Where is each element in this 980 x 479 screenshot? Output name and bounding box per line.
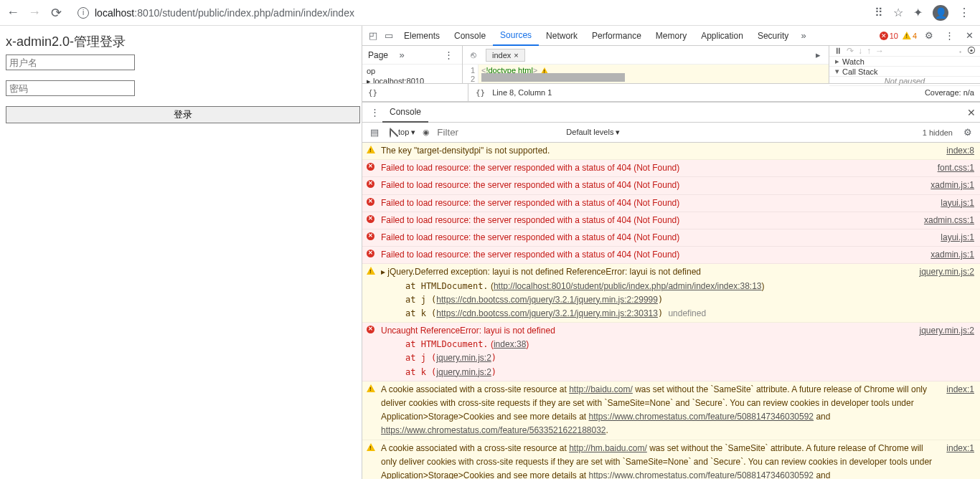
message-source-link[interactable]: jquery.min.js:2 [920, 265, 974, 321]
message-source-link[interactable]: layui.js:1 [941, 231, 974, 245]
deactivate-bp-icon[interactable]: ⬩ [958, 46, 963, 56]
console-message[interactable]: The key "target-densitydpi" is not suppo… [362, 143, 980, 160]
line-gutter: 123 [463, 65, 479, 83]
watch-section[interactable]: ▸Watch [829, 57, 980, 67]
cursor-position: Line 8, Column 1 [492, 88, 552, 97]
password-input[interactable] [6, 80, 135, 96]
step-icon[interactable]: → [875, 46, 884, 56]
page-content: x-admin2.0-管理登录 登录 [0, 26, 362, 479]
pretty-print-icon[interactable]: {} [368, 88, 377, 98]
username-input[interactable] [6, 54, 135, 70]
navigator-more-icon[interactable]: » [394, 47, 410, 63]
console-message[interactable]: ✕Failed to load resource: the server res… [362, 177, 980, 194]
code-area[interactable]: <!doctype html> [479, 65, 829, 83]
message-source-link[interactable]: font.css:1 [938, 161, 974, 175]
drawer-close-icon[interactable]: ✕ [967, 107, 976, 118]
tab-network[interactable]: Network [539, 26, 585, 46]
error-icon: ✕ [367, 326, 374, 333]
drawer-tab-console[interactable]: Console [382, 103, 428, 123]
login-button[interactable]: 登录 [6, 106, 360, 123]
translate-icon[interactable]: ⠿ [875, 6, 883, 19]
message-source-link[interactable]: index:1 [946, 442, 974, 479]
step-over-icon[interactable]: ↷ [847, 46, 854, 56]
profile-icon[interactable]: 👤 [933, 5, 948, 21]
clear-console-icon[interactable] [390, 128, 391, 137]
url-text: localhost:8010/student/public/index.php/… [95, 7, 354, 19]
tab-memory[interactable]: Memory [649, 26, 694, 46]
hidden-count[interactable]: 1 hidden [923, 128, 953, 137]
console-settings-icon[interactable]: ⚙ [960, 125, 976, 141]
context-selector[interactable]: top ▾ [398, 128, 415, 137]
more-tabs-icon[interactable]: » [796, 28, 811, 44]
errors-count[interactable]: ✕10 [880, 32, 898, 40]
pause-icon[interactable]: ⏸ [834, 46, 842, 56]
warning-icon [367, 384, 375, 392]
sources-navigator: Page » ⋮ op ▸ localhost:8010 [362, 46, 463, 83]
step-into-icon[interactable]: ↓ [858, 46, 862, 56]
coverage-label: Coverage: n/a [925, 88, 974, 97]
error-icon: ✕ [367, 215, 374, 223]
tab-sources[interactable]: Sources [493, 26, 539, 46]
drawer-menu-icon[interactable]: ⋮ [367, 105, 382, 120]
forward-button[interactable]: → [27, 6, 42, 20]
sources-editor: ⎋ index × ▸ 123 <!doctype html> [463, 46, 829, 83]
console-message[interactable]: ✕Failed to load resource: the server res… [362, 160, 980, 177]
console-drawer: ⋮ Console ✕ ▤ top ▾ ◉ Default levels ▾ 1… [362, 102, 980, 479]
navigator-menu-icon[interactable]: ⋮ [440, 47, 456, 63]
editor-nav-icon[interactable]: ⎋ [466, 47, 481, 63]
message-source-link[interactable]: jquery.min.js:2 [920, 324, 974, 379]
console-message[interactable]: ✕Uncaught ReferenceError: layui is not d… [362, 323, 980, 381]
tab-security[interactable]: Security [750, 26, 796, 46]
callstack-section[interactable]: ▾Call Stack [829, 67, 980, 77]
tab-application[interactable]: Application [694, 26, 750, 46]
editor-run-icon[interactable]: ▸ [810, 47, 826, 63]
browser-toolbar: ← → ⟳ i localhost:8010/student/public/in… [0, 0, 980, 26]
inspect-icon[interactable]: ◰ [365, 28, 381, 44]
file-tree-item[interactable]: ▸ localhost:8010 [365, 76, 459, 83]
step-out-icon[interactable]: ↑ [867, 46, 871, 56]
error-icon: ✕ [367, 198, 374, 206]
devtools-menu-icon[interactable]: ⋮ [941, 28, 957, 44]
console-message[interactable]: ✕Failed to load resource: the server res… [362, 247, 980, 264]
filter-input[interactable] [437, 127, 559, 138]
message-source-link[interactable]: layui.js:1 [941, 196, 974, 210]
devtools-tabs: ◰ ▭ Elements Console Sources Network Per… [362, 26, 980, 46]
live-expression-icon[interactable]: ◉ [423, 128, 430, 137]
address-bar[interactable]: i localhost:8010/student/public/index.ph… [70, 7, 867, 19]
page-panel-label[interactable]: Page [368, 50, 388, 60]
bookmark-icon[interactable]: ☆ [893, 6, 903, 19]
console-message[interactable]: A cookie associated with a cross-site re… [362, 440, 980, 479]
message-source-link[interactable]: xadmin.js:1 [930, 248, 974, 262]
back-button[interactable]: ← [6, 6, 20, 20]
extensions-icon[interactable]: ✦ [913, 6, 923, 19]
message-source-link[interactable]: xadmin.css:1 [924, 214, 974, 227]
sidebar-toggle-icon[interactable]: ▤ [367, 125, 382, 141]
pause-exceptions-icon[interactable]: ⦿ [967, 46, 976, 56]
chrome-menu-icon[interactable]: ⋮ [958, 6, 970, 19]
editor-tab[interactable]: index × [486, 49, 525, 62]
close-icon[interactable]: × [514, 51, 518, 60]
tab-performance[interactable]: Performance [585, 26, 649, 46]
console-message[interactable]: A cookie associated with a cross-site re… [362, 381, 980, 440]
message-source-link[interactable]: xadmin.js:1 [930, 179, 974, 192]
console-message[interactable]: ✕Failed to load resource: the server res… [362, 229, 980, 247]
console-messages[interactable]: The key "target-densitydpi" is not suppo… [362, 143, 980, 479]
tab-elements[interactable]: Elements [397, 26, 447, 46]
console-message[interactable]: ▸ jQuery.Deferred exception: layui is no… [362, 264, 980, 323]
site-info-icon[interactable]: i [77, 7, 89, 19]
console-message[interactable]: ✕Failed to load resource: the server res… [362, 195, 980, 212]
message-source-link[interactable]: index:8 [946, 144, 974, 158]
sources-statusbar: {} {} Line 8, Column 1 Coverage: n/a [362, 83, 980, 102]
reload-button[interactable]: ⟳ [49, 6, 63, 20]
device-mode-icon[interactable]: ▭ [381, 28, 397, 44]
log-levels-select[interactable]: Default levels ▾ [566, 128, 620, 137]
console-message[interactable]: ✕Failed to load resource: the server res… [362, 212, 980, 229]
pretty-print-icon[interactable]: {} [476, 88, 485, 98]
settings-icon[interactable]: ⚙ [921, 28, 937, 44]
devtools-close-icon[interactable]: ✕ [961, 28, 977, 44]
file-tree-item[interactable]: op [365, 66, 459, 76]
message-source-link[interactable]: index:1 [946, 383, 974, 438]
warnings-count[interactable]: !4 [903, 32, 917, 40]
page-title: x-admin2.0-管理登录 [6, 33, 356, 50]
tab-console[interactable]: Console [447, 26, 493, 46]
